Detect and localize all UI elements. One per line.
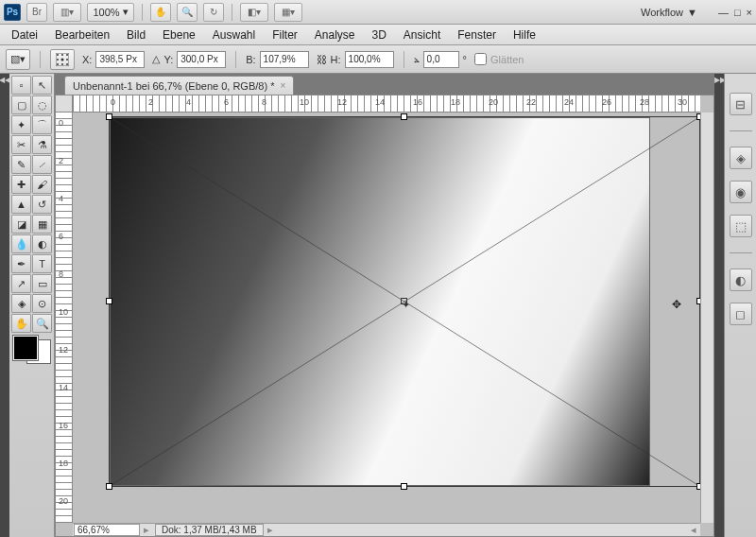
- svg-point-4: [57, 59, 59, 61]
- svg-point-5: [61, 58, 64, 61]
- workspace-switcher[interactable]: Workflow▼: [633, 5, 705, 20]
- brush-tool[interactable]: 🖌: [32, 175, 52, 194]
- vertical-scrollbar[interactable]: [700, 113, 713, 523]
- close-tab-icon[interactable]: ×: [280, 80, 285, 91]
- menu-datei[interactable]: Datei: [11, 28, 38, 42]
- width-input[interactable]: [260, 51, 309, 68]
- close-button[interactable]: ×: [747, 7, 752, 18]
- transform-center-point[interactable]: ✦: [401, 298, 407, 304]
- expand-arrow-icon[interactable]: ▶▶: [714, 76, 724, 84]
- wand-tool[interactable]: ✦: [11, 115, 31, 134]
- marquee-tool[interactable]: ▢: [11, 95, 31, 114]
- menu-ansicht[interactable]: Ansicht: [404, 28, 440, 42]
- antialias-checkbox[interactable]: [474, 53, 487, 65]
- toolbox: ▫↖ ▢◌ ✦⌒ ✂⚗ ✎⟋ ✚🖌 ▲↺ ◪▦ 💧◐ ✒T ↗▭ ◈⊙ ✋🔍: [9, 74, 55, 537]
- options-panel-button[interactable]: ⊟: [730, 93, 752, 115]
- link-icon[interactable]: ⛓: [317, 54, 327, 65]
- menu-bild[interactable]: Bild: [127, 28, 146, 42]
- document-tabbar: Unbenannt-1 bei 66,7% (Ebene 0, RGB/8) *…: [55, 74, 714, 95]
- transform-handle-w[interactable]: [106, 298, 112, 304]
- menu-auswahl[interactable]: Auswahl: [213, 28, 255, 42]
- paths-panel-button[interactable]: ⬚: [730, 215, 752, 237]
- crop-tool[interactable]: ✂: [11, 135, 31, 154]
- channels-panel-button[interactable]: ◉: [730, 181, 752, 203]
- zoom-tool[interactable]: 🔍: [32, 314, 52, 333]
- type-tool[interactable]: T: [32, 254, 52, 273]
- menu-fenster[interactable]: Fenster: [457, 28, 496, 42]
- svg-point-8: [61, 63, 63, 65]
- bridge-button[interactable]: Br: [26, 3, 47, 22]
- viewmode-button[interactable]: ▥▾: [53, 3, 81, 22]
- rotate-view-button[interactable]: ↻: [203, 3, 224, 22]
- reference-point-selector[interactable]: [50, 49, 75, 70]
- document-tab[interactable]: Unbenannt-1 bei 66,7% (Ebene 0, RGB/8) *…: [64, 76, 294, 95]
- menu-filter[interactable]: Filter: [272, 28, 298, 42]
- blur-tool[interactable]: 💧: [11, 234, 31, 253]
- gradient-tool[interactable]: ▦: [32, 215, 52, 234]
- menu-bearbeiten[interactable]: Bearbeiten: [55, 28, 110, 42]
- canvas-viewport[interactable]: ✦ ✥: [73, 113, 700, 523]
- foreground-color[interactable]: [13, 336, 38, 360]
- x-input[interactable]: [95, 51, 145, 68]
- screen-mode-button[interactable]: ◧▾: [240, 3, 268, 22]
- horizontal-ruler[interactable]: 0 2 4 6 8 10 12 14 16 18 20 22 24 26 28 …: [73, 95, 700, 113]
- transform-handle-nw[interactable]: [106, 113, 112, 120]
- zoom-dropdown[interactable]: 100%▾: [87, 3, 134, 22]
- minimize-button[interactable]: —: [718, 7, 729, 18]
- 3d-tool[interactable]: ◈: [11, 294, 31, 313]
- h-label: H:: [331, 54, 341, 65]
- move-tool[interactable]: ▫: [11, 76, 31, 95]
- menu-analyse[interactable]: Analyse: [315, 28, 355, 42]
- right-panel-dock: ⊟ ◈ ◉ ⬚ ◐ ◻: [724, 74, 756, 537]
- arrow-tool[interactable]: ↖: [32, 76, 52, 95]
- path-select-tool[interactable]: ↗: [11, 274, 31, 293]
- chevron-right-icon[interactable]: ▸: [144, 524, 149, 536]
- styles-panel-button[interactable]: ◻: [730, 303, 752, 325]
- x-label: X:: [82, 54, 92, 65]
- zoom-level-input[interactable]: 66,67%: [74, 524, 140, 536]
- color-swatches[interactable]: [11, 336, 53, 364]
- svg-point-1: [57, 54, 59, 56]
- angle-input[interactable]: [423, 51, 459, 68]
- layers-panel-button[interactable]: ◈: [730, 147, 752, 169]
- transform-handle-n[interactable]: [401, 113, 407, 120]
- pen-tool[interactable]: ✒: [11, 254, 31, 273]
- lasso-tool[interactable]: ◌: [32, 95, 52, 114]
- dodge-tool[interactable]: ◐: [32, 234, 52, 253]
- tool-preset-button[interactable]: ▧▾: [6, 49, 30, 70]
- menubar: Datei Bearbeiten Bild Ebene Auswahl Filt…: [0, 25, 756, 45]
- menu-ebene[interactable]: Ebene: [163, 28, 196, 42]
- scroll-left-icon[interactable]: ◂: [691, 524, 696, 536]
- shape-tool[interactable]: ▭: [32, 274, 52, 293]
- stamp-tool[interactable]: ▲: [11, 195, 31, 214]
- adjustments-panel-button[interactable]: ◐: [730, 268, 752, 291]
- angle-unit: °: [463, 54, 467, 65]
- transform-handle-sw[interactable]: [106, 483, 112, 490]
- hand-tool-button[interactable]: ✋: [150, 3, 171, 22]
- history-brush-tool[interactable]: ↺: [32, 195, 52, 214]
- free-transform-bounds[interactable]: ✦: [109, 116, 700, 487]
- quickselect-tool[interactable]: ⌒: [32, 115, 52, 134]
- document-info[interactable]: Dok: 1,37 MB/1,43 MB: [155, 524, 264, 536]
- chevron-right-icon[interactable]: ▸: [267, 524, 273, 536]
- slice-tool[interactable]: ⚗: [32, 135, 52, 154]
- y-input[interactable]: [177, 51, 226, 68]
- maximize-button[interactable]: □: [734, 7, 741, 18]
- delta-icon[interactable]: △: [152, 53, 160, 65]
- vertical-ruler[interactable]: 0 2 4 6 8 10 12 14 16 18 20: [56, 113, 73, 523]
- eraser-tool[interactable]: ◪: [11, 215, 31, 234]
- eyedropper-tool[interactable]: ✎: [11, 155, 31, 174]
- height-input[interactable]: [345, 51, 394, 68]
- menu-3d[interactable]: 3D: [372, 28, 387, 42]
- ruler-tool[interactable]: ⟋: [32, 155, 52, 174]
- menu-hilfe[interactable]: Hilfe: [513, 28, 536, 42]
- left-dock-strip[interactable]: ◀◀: [0, 74, 9, 537]
- right-dock-strip[interactable]: ▶▶: [714, 74, 724, 537]
- zoom-tool-button[interactable]: 🔍: [177, 3, 198, 22]
- hand-tool[interactable]: ✋: [11, 314, 31, 333]
- ruler-origin[interactable]: [56, 95, 73, 113]
- transform-handle-s[interactable]: [401, 483, 407, 490]
- 3d-camera-tool[interactable]: ⊙: [32, 294, 52, 313]
- arrange-button[interactable]: ▦▾: [274, 3, 302, 22]
- healing-tool[interactable]: ✚: [11, 175, 31, 194]
